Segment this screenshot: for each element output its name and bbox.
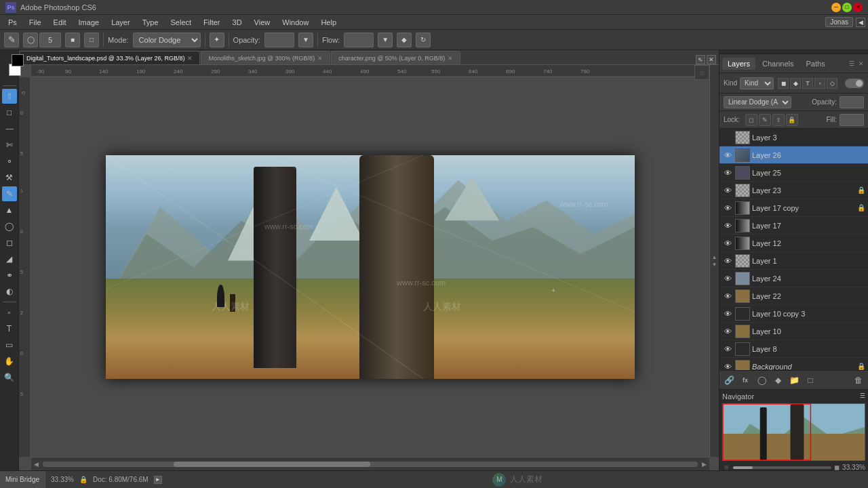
toggle-btn-1[interactable]: ■ [65,33,80,47]
zoom-tool[interactable]: 🔍 [2,370,17,385]
layer-bg-eye[interactable]: 👁 [722,361,733,371]
zoom-slider[interactable] [733,466,831,469]
main-canvas[interactable]: www.rr-sc.com www.rr-sc.com 人人素材 人人素材 ww… [106,155,635,379]
link-layers-btn[interactable]: 🔗 [722,373,736,387]
add-mask-btn[interactable]: ◯ [755,373,768,387]
canvas-nav-v[interactable]: ▲ ▼ [709,65,719,457]
tab-landscape[interactable]: Digital_Tutors_landscape.psd @ 33.3% (La… [19,51,200,64]
path-tool[interactable]: ▫ [2,305,17,320]
brush-tool[interactable]: ✎ [2,186,17,201]
layer-10-eye[interactable]: 👁 [722,326,733,337]
filter-pixel-btn[interactable]: ◼ [778,78,789,89]
layer-blend-select[interactable]: Linear Dodge (A... [724,96,791,108]
panel-close-all-btn[interactable]: ✕ [707,55,716,64]
lock-move-btn[interactable]: ⇧ [772,114,785,126]
lasso-tool[interactable]: ⸻ [2,121,17,136]
eyedropper-tool[interactable]: ⚬ [2,154,17,169]
layer-17-eye[interactable]: 👁 [722,220,733,231]
opacity-field[interactable]: 100% [840,96,864,108]
tab-monoliths-close[interactable]: ✕ [317,55,323,62]
fill-field[interactable]: 100% [840,114,864,126]
layer-item-24[interactable]: 👁 Layer 24 [719,270,868,287]
layer-item-8[interactable]: 👁 Layer 8 [719,340,868,358]
lock-transparent-btn[interactable]: ◻ [745,114,757,126]
opacity-input[interactable]: 100% [264,33,294,47]
layer-item-26[interactable]: 👁 Layer 26 [719,146,868,164]
filter-adj-btn[interactable]: ◆ [790,78,801,89]
layer-item-25[interactable]: 👁 Layer 25 [719,164,868,182]
kind-select[interactable]: Kind [740,77,774,89]
tab-layers[interactable]: Layers [722,58,755,70]
add-layer-btn[interactable]: □ [804,373,817,387]
menu-edit[interactable]: Edit [48,17,72,28]
tab-paths[interactable]: Paths [801,58,831,70]
layer-item-17-copy[interactable]: 👁 Layer 17 copy 🔒 [719,199,868,217]
layer-22-eye[interactable]: 👁 [722,291,733,302]
gradient-tool[interactable]: ◢ [2,251,17,266]
stylus-btn[interactable]: ◆ [397,33,412,47]
layer-item-background[interactable]: 👁 Background 🔒 [719,358,868,370]
nav-options[interactable]: ☰ [860,392,865,399]
maximize-button[interactable]: □ [842,3,852,12]
layer-10-copy3-eye[interactable]: 👁 [722,308,733,319]
foreground-color[interactable] [12,54,24,66]
flow-input[interactable]: 100% [344,33,374,47]
clone-tool[interactable]: ▲ [2,203,17,218]
menu-3d[interactable]: 3D [227,17,248,28]
tab-channels[interactable]: Channels [757,58,799,70]
refresh-btn[interactable]: ↻ [416,33,431,47]
layer-12-eye[interactable]: 👁 [722,238,733,249]
brush-size-input[interactable]: 5 [39,33,61,47]
filter-smart-btn[interactable]: ◇ [827,78,837,89]
marquee-tool[interactable]: □ [2,105,17,120]
menu-filter[interactable]: Filter [198,17,225,28]
layer-25-eye[interactable]: 👁 [722,167,733,178]
heal-tool[interactable]: ⚒ [2,170,17,185]
panel-float-btn[interactable]: ⇖ [696,55,705,64]
brush-tool-icon[interactable]: ✎ [4,33,19,47]
flow-btn[interactable]: ▼ [378,33,393,47]
blend-mode-select[interactable]: Color Dodge [133,33,201,47]
crop-tool[interactable]: ✄ [2,138,17,152]
delete-layer-btn[interactable]: 🗑 [852,373,865,387]
layer-23-eye[interactable]: 👁 [722,185,733,196]
zoom-in-btn[interactable]: ◼ [834,464,840,471]
menu-window[interactable]: Window [277,17,314,28]
menu-layer[interactable]: Layer [106,17,136,28]
layer-item-17[interactable]: 👁 Layer 17 [719,217,868,235]
user-profile[interactable]: Jonas [825,17,853,27]
airbrush-icon[interactable]: ✦ [210,33,224,47]
menu-help[interactable]: Help [315,17,342,28]
filter-toggle[interactable] [845,79,864,88]
layer-item-1[interactable]: 👁 Layer 1 [719,252,868,270]
zoom-out-btn[interactable]: ◾ [722,464,730,471]
lock-paint-btn[interactable]: ✎ [759,114,771,126]
tab-landscape-close[interactable]: ✕ [187,55,193,62]
text-tool[interactable]: T [2,321,17,336]
menu-view[interactable]: View [249,17,276,28]
menu-select[interactable]: Select [165,17,197,28]
blur-tool[interactable]: ⚭ [2,268,17,283]
close-button[interactable]: ✕ [853,3,863,12]
menu-image[interactable]: Image [73,17,105,28]
layer-26-eye[interactable]: 👁 [722,150,733,161]
tab-character[interactable]: character.png @ 50% (Layer 0, RGB/8) ✕ [331,51,460,64]
layer-item-22[interactable]: 👁 Layer 22 [719,287,868,305]
panel-collapse-btn[interactable]: ◀ [856,18,865,27]
layer-item-10[interactable]: 👁 Layer 10 [719,323,868,340]
navigator-preview[interactable] [722,403,865,461]
layer-8-eye[interactable]: 👁 [722,344,733,354]
menu-file[interactable]: File [24,17,47,28]
h-scroll-thumb[interactable] [43,462,698,467]
layer-17-copy-eye[interactable]: 👁 [722,203,733,214]
layer-item-10-copy3[interactable]: 👁 Layer 10 copy 3 [719,305,868,323]
panel-close-btn[interactable]: ✕ [857,59,865,68]
layer-item-12[interactable]: 👁 Layer 12 [719,235,868,252]
shape-tool[interactable]: ▭ [2,338,17,352]
add-folder-btn[interactable]: 📁 [787,373,801,387]
layer-24-eye[interactable]: 👁 [722,273,733,284]
layer-1-eye[interactable]: 👁 [722,256,733,266]
lock-all-btn[interactable]: 🔒 [786,114,798,126]
minimize-button[interactable]: ─ [831,3,841,12]
layer-item-3[interactable]: Layer 3 [719,129,868,146]
